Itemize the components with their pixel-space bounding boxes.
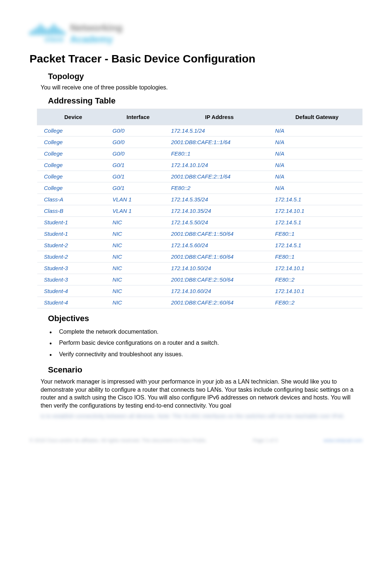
th-gateway: Default Gateway bbox=[271, 109, 362, 125]
cell-ip: 172.14.10.60/24 bbox=[167, 285, 271, 297]
addressing-table: Device Interface IP Address Default Gate… bbox=[37, 109, 362, 309]
cell-interface: NIC bbox=[109, 217, 168, 228]
cisco-word: cisco bbox=[45, 35, 63, 44]
cell-interface: NIC bbox=[109, 262, 168, 274]
cell-device: Class-B bbox=[37, 205, 109, 217]
logo-line1: Networking bbox=[70, 22, 123, 34]
cell-device: Student-2 bbox=[37, 251, 109, 262]
cell-ip: 2001:DB8:CAFE:1::60/64 bbox=[167, 251, 271, 262]
objective-item: Complete the network documentation. bbox=[49, 326, 362, 337]
scenario-paragraph: Your network manager is impressed with y… bbox=[41, 378, 362, 409]
footer-right: www.netacad.com bbox=[324, 438, 363, 443]
cell-device: Student-4 bbox=[37, 297, 109, 308]
cell-interface: G0/0 bbox=[109, 125, 168, 136]
cell-ip: 172.14.5.1/24 bbox=[167, 125, 271, 136]
cell-interface: G0/1 bbox=[109, 159, 168, 171]
cell-ip: 172.14.10.50/24 bbox=[167, 262, 271, 274]
document-title: Packet Tracer - Basic Device Configurati… bbox=[30, 52, 362, 65]
brand-logo: cisco Networking Academy bbox=[30, 22, 362, 45]
table-row: CollegeG0/1172.14.10.1/24N/A bbox=[37, 159, 362, 171]
table-row: Student-4NIC2001:DB8:CAFE:2::60/64FE80::… bbox=[37, 297, 362, 308]
cell-gateway: FE80::2 bbox=[271, 297, 362, 308]
logo-line2: Academy bbox=[70, 34, 123, 45]
cell-ip: 2001:DB8:CAFE:1::1/64 bbox=[167, 136, 271, 148]
table-row: CollegeG0/0172.14.5.1/24N/A bbox=[37, 125, 362, 136]
cell-device: College bbox=[37, 182, 109, 194]
cell-device: College bbox=[37, 171, 109, 182]
cell-device: College bbox=[37, 125, 109, 136]
cell-interface: G0/0 bbox=[109, 148, 168, 159]
table-header-row: Device Interface IP Address Default Gate… bbox=[37, 109, 362, 125]
cell-gateway: 172.14.10.1 bbox=[271, 205, 362, 217]
table-row: Student-1NIC172.14.5.50/24172.14.5.1 bbox=[37, 217, 362, 228]
cell-gateway: N/A bbox=[271, 159, 362, 171]
cell-interface: VLAN 1 bbox=[109, 205, 168, 217]
cell-device: Student-1 bbox=[37, 228, 109, 239]
cell-interface: NIC bbox=[109, 239, 168, 251]
cell-gateway: N/A bbox=[271, 136, 362, 148]
table-row: Student-1NIC2001:DB8:CAFE:1::50/64FE80::… bbox=[37, 228, 362, 239]
table-row: Class-AVLAN 1172.14.5.35/24172.14.5.1 bbox=[37, 194, 362, 205]
section-topology: Topology bbox=[48, 72, 362, 81]
cell-gateway: 172.14.5.1 bbox=[271, 217, 362, 228]
cell-device: College bbox=[37, 136, 109, 148]
table-row: Student-2NIC172.14.5.60/24172.14.5.1 bbox=[37, 239, 362, 251]
table-row: Student-3NIC2001:DB8:CAFE:2::50/64FE80::… bbox=[37, 274, 362, 285]
cell-gateway: N/A bbox=[271, 148, 362, 159]
cell-interface: NIC bbox=[109, 251, 168, 262]
objective-item: Perform basic device configurations on a… bbox=[49, 337, 362, 348]
cell-ip: 172.14.5.50/24 bbox=[167, 217, 271, 228]
cell-gateway: N/A bbox=[271, 171, 362, 182]
cell-ip: 2001:DB8:CAFE:2::60/64 bbox=[167, 297, 271, 308]
table-row: Student-3NIC172.14.10.50/24172.14.10.1 bbox=[37, 262, 362, 274]
cell-device: Student-3 bbox=[37, 262, 109, 274]
section-objectives: Objectives bbox=[48, 314, 362, 323]
table-row: Class-BVLAN 1172.14.10.35/24172.14.10.1 bbox=[37, 205, 362, 217]
cell-gateway: FE80::2 bbox=[271, 274, 362, 285]
footer-center: Page 1 of 3 bbox=[253, 438, 278, 443]
cell-device: College bbox=[37, 148, 109, 159]
th-ip: IP Address bbox=[167, 109, 271, 125]
footer-left: © 2018 Cisco and/or its affiliates. All … bbox=[30, 438, 207, 443]
topology-intro: You will receive one of three possible t… bbox=[41, 84, 362, 91]
cell-device: Student-3 bbox=[37, 274, 109, 285]
cell-gateway: 172.14.5.1 bbox=[271, 194, 362, 205]
cell-ip: FE80::2 bbox=[167, 182, 271, 194]
objectives-list: Complete the network documentation.Perfo… bbox=[49, 326, 362, 360]
blurred-text-block: is to establish connectivity between all… bbox=[41, 413, 362, 419]
table-row: Student-2NIC2001:DB8:CAFE:1::60/64FE80::… bbox=[37, 251, 362, 262]
cell-interface: G0/1 bbox=[109, 182, 168, 194]
cell-gateway: N/A bbox=[271, 182, 362, 194]
cell-interface: G0/0 bbox=[109, 136, 168, 148]
section-scenario: Scenario bbox=[48, 365, 362, 375]
cell-gateway: N/A bbox=[271, 125, 362, 136]
cell-ip: FE80::1 bbox=[167, 148, 271, 159]
cell-interface: VLAN 1 bbox=[109, 194, 168, 205]
cell-ip: 2001:DB8:CAFE:2::1/64 bbox=[167, 171, 271, 182]
cell-ip: 2001:DB8:CAFE:1::50/64 bbox=[167, 228, 271, 239]
cell-gateway: FE80::1 bbox=[271, 251, 362, 262]
objective-item: Verify connectivity and troubleshoot any… bbox=[49, 349, 362, 360]
table-row: Student-4NIC172.14.10.60/24172.14.10.1 bbox=[37, 285, 362, 297]
th-interface: Interface bbox=[109, 109, 168, 125]
table-row: CollegeG0/1FE80::2N/A bbox=[37, 182, 362, 194]
cell-device: Student-4 bbox=[37, 285, 109, 297]
cell-gateway: 172.14.5.1 bbox=[271, 239, 362, 251]
table-row: CollegeG0/0FE80::1N/A bbox=[37, 148, 362, 159]
cell-ip: 172.14.5.35/24 bbox=[167, 194, 271, 205]
cell-gateway: 172.14.10.1 bbox=[271, 262, 362, 274]
cell-gateway: 172.14.10.1 bbox=[271, 285, 362, 297]
cell-ip: 172.14.10.1/24 bbox=[167, 159, 271, 171]
cisco-bars-icon bbox=[30, 24, 65, 35]
table-row: CollegeG0/12001:DB8:CAFE:2::1/64N/A bbox=[37, 171, 362, 182]
page-footer: © 2018 Cisco and/or its affiliates. All … bbox=[30, 438, 362, 443]
cell-interface: G0/1 bbox=[109, 171, 168, 182]
cell-interface: NIC bbox=[109, 274, 168, 285]
cell-device: College bbox=[37, 159, 109, 171]
cell-device: Student-1 bbox=[37, 217, 109, 228]
cell-device: Student-2 bbox=[37, 239, 109, 251]
th-device: Device bbox=[37, 109, 109, 125]
cell-interface: NIC bbox=[109, 297, 168, 308]
cell-device: Class-A bbox=[37, 194, 109, 205]
cell-ip: 172.14.10.35/24 bbox=[167, 205, 271, 217]
